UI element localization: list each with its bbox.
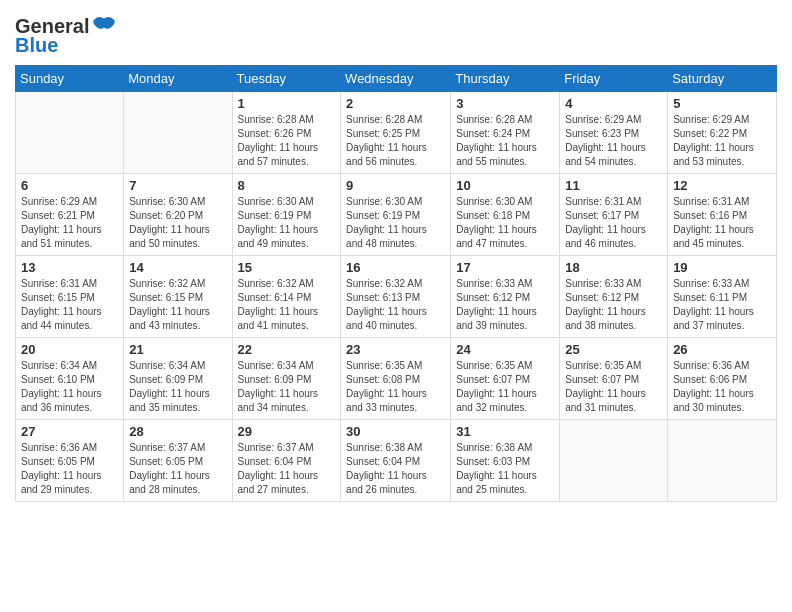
day-number: 19	[673, 260, 771, 275]
calendar-day-cell: 15Sunrise: 6:32 AMSunset: 6:14 PMDayligh…	[232, 256, 341, 338]
calendar-day-cell: 10Sunrise: 6:30 AMSunset: 6:18 PMDayligh…	[451, 174, 560, 256]
weekday-header: Thursday	[451, 66, 560, 92]
calendar-week-row: 20Sunrise: 6:34 AMSunset: 6:10 PMDayligh…	[16, 338, 777, 420]
calendar-day-cell: 17Sunrise: 6:33 AMSunset: 6:12 PMDayligh…	[451, 256, 560, 338]
calendar-day-cell: 2Sunrise: 6:28 AMSunset: 6:25 PMDaylight…	[341, 92, 451, 174]
day-info: Sunrise: 6:31 AMSunset: 6:15 PMDaylight:…	[21, 277, 118, 333]
day-info: Sunrise: 6:28 AMSunset: 6:26 PMDaylight:…	[238, 113, 336, 169]
logo-blue-text: Blue	[15, 34, 58, 57]
day-number: 18	[565, 260, 662, 275]
calendar-day-cell: 20Sunrise: 6:34 AMSunset: 6:10 PMDayligh…	[16, 338, 124, 420]
calendar-header-row: SundayMondayTuesdayWednesdayThursdayFrid…	[16, 66, 777, 92]
day-number: 9	[346, 178, 445, 193]
day-number: 28	[129, 424, 226, 439]
day-number: 31	[456, 424, 554, 439]
calendar-day-cell: 24Sunrise: 6:35 AMSunset: 6:07 PMDayligh…	[451, 338, 560, 420]
calendar-day-cell: 23Sunrise: 6:35 AMSunset: 6:08 PMDayligh…	[341, 338, 451, 420]
calendar-day-cell: 14Sunrise: 6:32 AMSunset: 6:15 PMDayligh…	[124, 256, 232, 338]
weekday-header: Sunday	[16, 66, 124, 92]
day-info: Sunrise: 6:30 AMSunset: 6:18 PMDaylight:…	[456, 195, 554, 251]
calendar-day-cell	[668, 420, 777, 502]
calendar-day-cell: 19Sunrise: 6:33 AMSunset: 6:11 PMDayligh…	[668, 256, 777, 338]
calendar-day-cell: 3Sunrise: 6:28 AMSunset: 6:24 PMDaylight…	[451, 92, 560, 174]
day-info: Sunrise: 6:28 AMSunset: 6:24 PMDaylight:…	[456, 113, 554, 169]
day-info: Sunrise: 6:30 AMSunset: 6:19 PMDaylight:…	[238, 195, 336, 251]
day-info: Sunrise: 6:36 AMSunset: 6:05 PMDaylight:…	[21, 441, 118, 497]
day-info: Sunrise: 6:29 AMSunset: 6:21 PMDaylight:…	[21, 195, 118, 251]
day-number: 26	[673, 342, 771, 357]
day-number: 13	[21, 260, 118, 275]
day-info: Sunrise: 6:37 AMSunset: 6:04 PMDaylight:…	[238, 441, 336, 497]
calendar-day-cell: 4Sunrise: 6:29 AMSunset: 6:23 PMDaylight…	[560, 92, 668, 174]
calendar-day-cell	[560, 420, 668, 502]
header: General Blue	[15, 10, 777, 57]
weekday-header: Monday	[124, 66, 232, 92]
day-info: Sunrise: 6:33 AMSunset: 6:12 PMDaylight:…	[565, 277, 662, 333]
calendar-week-row: 1Sunrise: 6:28 AMSunset: 6:26 PMDaylight…	[16, 92, 777, 174]
day-number: 22	[238, 342, 336, 357]
calendar-day-cell: 21Sunrise: 6:34 AMSunset: 6:09 PMDayligh…	[124, 338, 232, 420]
day-number: 6	[21, 178, 118, 193]
day-number: 23	[346, 342, 445, 357]
day-info: Sunrise: 6:33 AMSunset: 6:11 PMDaylight:…	[673, 277, 771, 333]
calendar-day-cell: 11Sunrise: 6:31 AMSunset: 6:17 PMDayligh…	[560, 174, 668, 256]
day-info: Sunrise: 6:35 AMSunset: 6:08 PMDaylight:…	[346, 359, 445, 415]
day-info: Sunrise: 6:32 AMSunset: 6:14 PMDaylight:…	[238, 277, 336, 333]
day-info: Sunrise: 6:37 AMSunset: 6:05 PMDaylight:…	[129, 441, 226, 497]
day-number: 27	[21, 424, 118, 439]
weekday-header: Friday	[560, 66, 668, 92]
calendar-day-cell: 25Sunrise: 6:35 AMSunset: 6:07 PMDayligh…	[560, 338, 668, 420]
day-number: 20	[21, 342, 118, 357]
calendar-day-cell	[124, 92, 232, 174]
day-number: 5	[673, 96, 771, 111]
day-info: Sunrise: 6:33 AMSunset: 6:12 PMDaylight:…	[456, 277, 554, 333]
calendar-day-cell: 13Sunrise: 6:31 AMSunset: 6:15 PMDayligh…	[16, 256, 124, 338]
day-number: 12	[673, 178, 771, 193]
logo: General Blue	[15, 15, 116, 57]
day-info: Sunrise: 6:29 AMSunset: 6:23 PMDaylight:…	[565, 113, 662, 169]
day-info: Sunrise: 6:35 AMSunset: 6:07 PMDaylight:…	[565, 359, 662, 415]
calendar-day-cell: 31Sunrise: 6:38 AMSunset: 6:03 PMDayligh…	[451, 420, 560, 502]
day-number: 30	[346, 424, 445, 439]
calendar-day-cell: 18Sunrise: 6:33 AMSunset: 6:12 PMDayligh…	[560, 256, 668, 338]
day-number: 8	[238, 178, 336, 193]
day-number: 14	[129, 260, 226, 275]
calendar-day-cell: 16Sunrise: 6:32 AMSunset: 6:13 PMDayligh…	[341, 256, 451, 338]
day-number: 7	[129, 178, 226, 193]
day-info: Sunrise: 6:34 AMSunset: 6:09 PMDaylight:…	[238, 359, 336, 415]
day-number: 17	[456, 260, 554, 275]
day-info: Sunrise: 6:30 AMSunset: 6:19 PMDaylight:…	[346, 195, 445, 251]
calendar-day-cell: 5Sunrise: 6:29 AMSunset: 6:22 PMDaylight…	[668, 92, 777, 174]
day-info: Sunrise: 6:38 AMSunset: 6:03 PMDaylight:…	[456, 441, 554, 497]
day-number: 2	[346, 96, 445, 111]
calendar-day-cell: 29Sunrise: 6:37 AMSunset: 6:04 PMDayligh…	[232, 420, 341, 502]
day-info: Sunrise: 6:32 AMSunset: 6:13 PMDaylight:…	[346, 277, 445, 333]
day-info: Sunrise: 6:34 AMSunset: 6:09 PMDaylight:…	[129, 359, 226, 415]
day-number: 4	[565, 96, 662, 111]
day-info: Sunrise: 6:34 AMSunset: 6:10 PMDaylight:…	[21, 359, 118, 415]
calendar-day-cell: 6Sunrise: 6:29 AMSunset: 6:21 PMDaylight…	[16, 174, 124, 256]
weekday-header: Tuesday	[232, 66, 341, 92]
day-number: 25	[565, 342, 662, 357]
calendar-day-cell: 28Sunrise: 6:37 AMSunset: 6:05 PMDayligh…	[124, 420, 232, 502]
calendar-day-cell: 9Sunrise: 6:30 AMSunset: 6:19 PMDaylight…	[341, 174, 451, 256]
calendar-table: SundayMondayTuesdayWednesdayThursdayFrid…	[15, 65, 777, 502]
calendar-day-cell: 27Sunrise: 6:36 AMSunset: 6:05 PMDayligh…	[16, 420, 124, 502]
page: General Blue SundayMondayTuesdayWednesda…	[0, 0, 792, 612]
calendar-week-row: 6Sunrise: 6:29 AMSunset: 6:21 PMDaylight…	[16, 174, 777, 256]
day-info: Sunrise: 6:38 AMSunset: 6:04 PMDaylight:…	[346, 441, 445, 497]
weekday-header: Wednesday	[341, 66, 451, 92]
day-number: 21	[129, 342, 226, 357]
calendar-day-cell: 22Sunrise: 6:34 AMSunset: 6:09 PMDayligh…	[232, 338, 341, 420]
day-number: 10	[456, 178, 554, 193]
calendar-day-cell: 26Sunrise: 6:36 AMSunset: 6:06 PMDayligh…	[668, 338, 777, 420]
day-number: 16	[346, 260, 445, 275]
day-number: 15	[238, 260, 336, 275]
day-info: Sunrise: 6:30 AMSunset: 6:20 PMDaylight:…	[129, 195, 226, 251]
calendar-day-cell: 1Sunrise: 6:28 AMSunset: 6:26 PMDaylight…	[232, 92, 341, 174]
day-number: 3	[456, 96, 554, 111]
day-info: Sunrise: 6:31 AMSunset: 6:17 PMDaylight:…	[565, 195, 662, 251]
day-info: Sunrise: 6:28 AMSunset: 6:25 PMDaylight:…	[346, 113, 445, 169]
day-info: Sunrise: 6:36 AMSunset: 6:06 PMDaylight:…	[673, 359, 771, 415]
day-info: Sunrise: 6:31 AMSunset: 6:16 PMDaylight:…	[673, 195, 771, 251]
